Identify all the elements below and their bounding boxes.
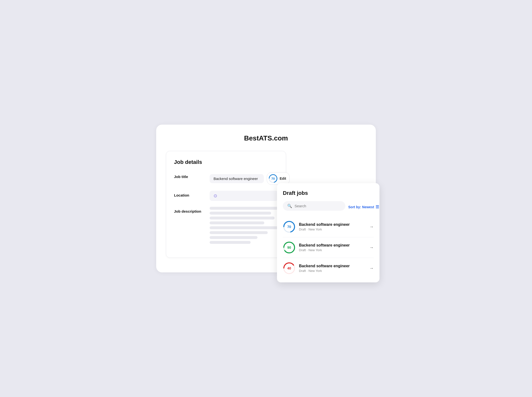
job-name-3: Backend software engineer [299, 264, 366, 268]
job-description-skeleton [210, 207, 278, 244]
job-arrow-2: → [369, 245, 374, 250]
score-badge-3: 40 [283, 262, 296, 275]
job-meta-2: Draft · New York [299, 248, 366, 252]
job-description-label: Job description [174, 207, 206, 213]
skeleton-line [210, 207, 278, 210]
skeleton-line [210, 241, 251, 244]
draft-jobs-title: Draft jobs [283, 190, 374, 196]
job-title-field-content: 70 Edit [210, 172, 290, 185]
draft-jobs-panel: Draft jobs 🔍 Sort by: Newest ☰ 70 Backe [277, 183, 379, 282]
job-title-input[interactable] [210, 174, 264, 183]
skeleton-line [210, 236, 257, 239]
skeleton-line [210, 226, 278, 229]
sort-button[interactable]: Sort by: Newest ☰ [348, 205, 379, 209]
job-meta-1: Draft · New York [299, 228, 366, 231]
score-circle-70: 70 [268, 174, 278, 183]
job-arrow-3: → [369, 266, 374, 271]
job-info-2: Backend software engineer Draft · New Yo… [299, 243, 366, 252]
job-details-card: Job details Job title 70 Edit [166, 151, 286, 258]
search-sort-row: 🔍 Sort by: Newest ☰ [283, 201, 374, 213]
job-name-2: Backend software engineer [299, 243, 366, 248]
job-info-1: Backend software engineer Draft · New Yo… [299, 222, 366, 231]
search-input[interactable] [295, 204, 341, 208]
job-title-input-row: 70 Edit [210, 172, 290, 185]
search-bar: 🔍 [283, 201, 345, 211]
search-icon: 🔍 [287, 204, 292, 208]
job-item-1[interactable]: 70 Backend software engineer Draft · New… [283, 217, 374, 237]
outer-card: BestATS.com Job details Job title 70 [156, 125, 376, 272]
skeleton-line [210, 217, 275, 219]
job-title-row: Job title 70 Edit [174, 172, 278, 185]
job-description-row: Job description [174, 207, 278, 244]
skeleton-line [210, 231, 268, 234]
score-number-70: 70 [271, 177, 275, 180]
location-field-content: ⊙ [210, 191, 278, 201]
job-details-title: Job details [174, 159, 278, 165]
score-value-3: 40 [287, 266, 291, 270]
score-value-1: 70 [287, 225, 291, 229]
score-badge-1: 70 [283, 220, 296, 233]
edit-label: Edit [280, 177, 286, 180]
location-label: Location [174, 191, 206, 197]
job-arrow-1: → [369, 224, 374, 229]
sort-icon: ☰ [376, 205, 379, 209]
skeleton-line [210, 221, 264, 224]
score-value-2: 90 [287, 246, 291, 249]
job-item-3[interactable]: 40 Backend software engineer Draft · New… [283, 258, 374, 278]
job-name-1: Backend software engineer [299, 222, 366, 227]
location-icon: ⊙ [214, 193, 217, 198]
job-info-3: Backend software engineer Draft · New Yo… [299, 264, 366, 273]
location-row: Location ⊙ [174, 191, 278, 201]
job-description-field-content [210, 207, 278, 244]
job-meta-3: Draft · New York [299, 269, 366, 273]
skeleton-line [210, 212, 271, 215]
location-input[interactable]: ⊙ [210, 191, 278, 201]
site-title: BestATS.com [166, 134, 366, 142]
sort-label: Sort by: Newest [348, 205, 374, 209]
job-item-2[interactable]: 90 Backend software engineer Draft · New… [283, 237, 374, 258]
score-badge-2: 90 [283, 241, 296, 254]
job-title-label: Job title [174, 172, 206, 179]
